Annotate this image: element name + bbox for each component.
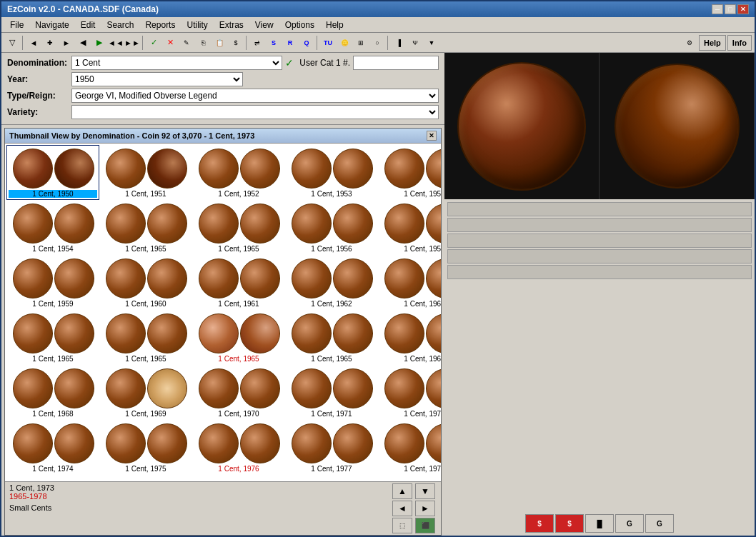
- thumb-cell-10[interactable]: 1 Cent, 1957: [378, 200, 441, 255]
- thumb-cell-21[interactable]: 1 Cent, 1965: [285, 310, 378, 365]
- thumb-cell-18[interactable]: 1 Cent, 1965: [6, 310, 99, 365]
- thumb-cell-7[interactable]: 1 Cent, 1965: [99, 200, 192, 255]
- dollar-red-button-1[interactable]: $: [525, 514, 554, 533]
- menu-options[interactable]: Options: [279, 19, 320, 31]
- thumb-label-8: 1 Cent, 1965: [194, 245, 283, 253]
- thumb-cell-0[interactable]: 1 Cent, 1950: [6, 145, 99, 200]
- thumb-cell-33[interactable]: 1 Cent, 1977: [285, 420, 378, 475]
- filter-button[interactable]: ▽: [4, 35, 20, 51]
- thumb-coin-26: [194, 367, 284, 410]
- thumb-cell-4[interactable]: 1 Cent, 1953: [378, 145, 441, 200]
- psi-button[interactable]: Ψ: [407, 35, 423, 51]
- thumb-cell-20[interactable]: 1 Cent, 1965: [192, 310, 285, 365]
- circle-button[interactable]: ○: [369, 35, 385, 51]
- info-button[interactable]: Info: [727, 35, 752, 51]
- thumb-coin-9: [287, 202, 377, 245]
- variety-select[interactable]: [71, 105, 439, 119]
- nav-next2-button[interactable]: ►►: [124, 35, 140, 51]
- copy-button[interactable]: ⎘: [195, 35, 211, 51]
- q-button[interactable]: Q: [299, 35, 314, 51]
- link-button[interactable]: ⇌: [249, 35, 265, 51]
- thumb-cell-13[interactable]: 1 Cent, 1960: [99, 255, 192, 310]
- toolbar: ▽ ◄ ✚ ► ◀ ▶ ◄◄ ►► ✓ ✕ ✎ ⎘ 📋 $ ⇌ S R Q TU…: [1, 33, 755, 53]
- thumb-cell-14[interactable]: 1 Cent, 1961: [192, 255, 285, 310]
- nav-fill-button[interactable]: ⬛: [415, 518, 435, 533]
- close-button[interactable]: ✕: [737, 4, 749, 14]
- nav-right-button[interactable]: ►: [415, 501, 435, 516]
- coin-reverse-8: [240, 204, 280, 244]
- menu-edit[interactable]: Edit: [75, 19, 101, 31]
- r-button[interactable]: R: [282, 35, 298, 51]
- dropdown-button[interactable]: ▼: [424, 35, 439, 51]
- thumb-cell-26[interactable]: 1 Cent, 1970: [192, 365, 285, 420]
- film-button[interactable]: ▐▌: [585, 514, 614, 533]
- detail-row-2: [447, 218, 752, 232]
- menu-navigate[interactable]: Navigate: [29, 19, 74, 31]
- tu-button[interactable]: TU: [320, 35, 336, 51]
- grid-button[interactable]: ⊞: [353, 35, 369, 51]
- nav-next-button[interactable]: ▶: [91, 35, 107, 51]
- thumb-cell-27[interactable]: 1 Cent, 1971: [285, 365, 378, 420]
- thumb-cell-6[interactable]: 1 Cent, 1954: [6, 200, 99, 255]
- coin3d-button[interactable]: 🪙: [337, 35, 352, 51]
- menu-view[interactable]: View: [249, 19, 279, 31]
- coin-reverse-3: [333, 149, 373, 189]
- nav-zoom-button[interactable]: ⬚: [392, 518, 412, 533]
- cancel-button[interactable]: ✕: [162, 35, 178, 51]
- nav-left-button[interactable]: ◄: [392, 501, 412, 516]
- menu-search[interactable]: Search: [101, 19, 139, 31]
- thumb-cell-32[interactable]: 1 Cent, 1976: [192, 420, 285, 475]
- thumb-cell-28[interactable]: 1 Cent, 1972: [378, 365, 441, 420]
- s-button[interactable]: S: [266, 35, 282, 51]
- dollar-red-button-2[interactable]: $: [555, 514, 584, 533]
- detail-row-4: [447, 249, 752, 264]
- dollar-button[interactable]: $: [228, 35, 244, 51]
- thumb-coin-3: [287, 147, 377, 190]
- thumb-cell-34[interactable]: 1 Cent, 1978: [378, 420, 441, 475]
- edit-button[interactable]: ✎: [179, 35, 194, 51]
- thumb-cell-24[interactable]: 1 Cent, 1968: [6, 365, 99, 420]
- nav-prev2-button[interactable]: ◄◄: [108, 35, 124, 51]
- thumb-cell-31[interactable]: 1 Cent, 1975: [99, 420, 192, 475]
- minimize-button[interactable]: ─: [712, 4, 723, 14]
- g2-button[interactable]: G: [645, 514, 674, 533]
- year-select[interactable]: 1950: [71, 72, 243, 86]
- menu-reports[interactable]: Reports: [139, 19, 181, 31]
- user-cat-input[interactable]: [353, 56, 439, 70]
- type-reign-select[interactable]: George VI, Modified Obverse Legend: [71, 89, 439, 103]
- nav-right-button[interactable]: ►: [59, 35, 74, 51]
- nav-cross-button[interactable]: ✚: [42, 35, 58, 51]
- thumb-cell-15[interactable]: 1 Cent, 1962: [285, 255, 378, 310]
- coin-obverse-3: [292, 149, 332, 189]
- maximize-button[interactable]: □: [725, 4, 736, 14]
- thumb-label-18: 1 Cent, 1965: [9, 355, 97, 363]
- nav-up-button[interactable]: ▲: [392, 483, 412, 499]
- g-button[interactable]: G: [615, 514, 644, 533]
- nav-prev-button[interactable]: ◀: [75, 35, 91, 51]
- menu-utility[interactable]: Utility: [181, 19, 213, 31]
- bar-button[interactable]: ▐: [391, 35, 407, 51]
- thumb-cell-3[interactable]: 1 Cent, 1953: [285, 145, 378, 200]
- nav-down-button[interactable]: ▼: [415, 483, 435, 499]
- menu-help[interactable]: Help: [320, 19, 349, 31]
- thumbnail-close-button[interactable]: ✕: [427, 131, 437, 141]
- menu-extras[interactable]: Extras: [214, 19, 249, 31]
- thumb-cell-22[interactable]: 1 Cent, 1966: [378, 310, 441, 365]
- thumb-cell-12[interactable]: 1 Cent, 1959: [6, 255, 99, 310]
- thumb-cell-19[interactable]: 1 Cent, 1965: [99, 310, 192, 365]
- paste-button[interactable]: 📋: [212, 35, 227, 51]
- thumb-cell-8[interactable]: 1 Cent, 1965: [192, 200, 285, 255]
- thumb-cell-16[interactable]: 1 Cent, 1963: [378, 255, 441, 310]
- menu-file[interactable]: File: [4, 19, 29, 31]
- thumb-cell-9[interactable]: 1 Cent, 1956: [285, 200, 378, 255]
- thumb-cell-30[interactable]: 1 Cent, 1974: [6, 420, 99, 475]
- thumb-cell-1[interactable]: 1 Cent, 1951: [99, 145, 192, 200]
- thumbnail-grid[interactable]: 1 Cent, 1950 1 Cent, 1951: [5, 144, 441, 481]
- settings-icon-button[interactable]: ⚙: [682, 35, 697, 51]
- help-button[interactable]: Help: [699, 35, 726, 51]
- thumb-cell-2[interactable]: 1 Cent, 1952: [192, 145, 285, 200]
- denomination-select[interactable]: 1 Cent: [71, 56, 282, 70]
- check-button[interactable]: ✓: [146, 35, 161, 51]
- thumb-cell-25[interactable]: 1 Cent, 1969: [99, 365, 192, 420]
- nav-back-button[interactable]: ◄: [26, 35, 41, 51]
